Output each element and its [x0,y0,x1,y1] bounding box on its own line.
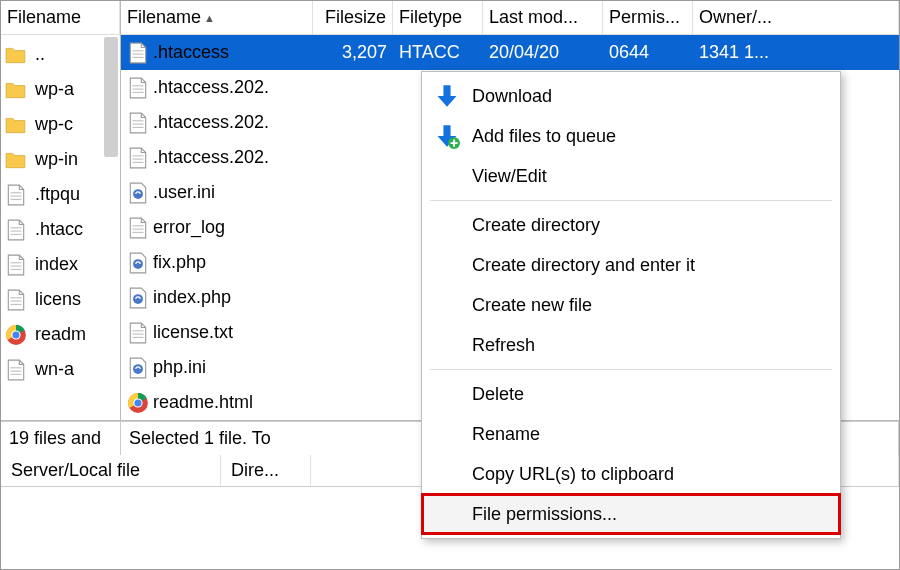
menu-create-file[interactable]: Create new file [422,285,840,325]
local-item-label: wp-a [35,79,74,100]
local-scrollbar[interactable] [104,37,118,157]
transfer-col-server-local[interactable]: Server/Local file [1,455,221,486]
local-list-item[interactable]: .ftpqu [1,177,120,212]
menu-create-directory-enter[interactable]: Create directory and enter it [422,245,840,285]
menu-file-permissions[interactable]: File permissions... [422,494,840,534]
local-list-item[interactable]: wn-a [1,352,120,387]
local-list-item[interactable]: .. [1,37,120,72]
sort-asc-icon: ▲ [204,12,215,24]
file-icon [127,147,149,169]
filename-label: error_log [153,217,225,238]
folder-icon [5,44,27,66]
remote-header-owner[interactable]: Owner/... [693,1,899,34]
local-item-label: licens [35,289,81,310]
download-icon [434,83,460,109]
menu-delete[interactable]: Delete [422,374,840,414]
filename-label: license.txt [153,322,233,343]
file-context-menu: Download Add files to queue View/Edit Cr… [421,71,841,539]
cell-owner: 1341 1... [693,35,899,70]
local-item-label: .htacc [35,219,83,240]
file-icon [5,359,27,381]
file-icon [5,254,27,276]
cell-filename: .htaccess.202. [121,105,313,140]
filename-label: .user.ini [153,182,215,203]
menu-create-directory[interactable]: Create directory [422,205,840,245]
local-file-list: ..wp-awp-cwp-in.ftpqu.htaccindexlicensre… [1,35,120,420]
local-item-label: readm [35,324,86,345]
menu-rename[interactable]: Rename [422,414,840,454]
remote-file-row[interactable]: .htaccess3,207HTACC20/04/2006441341 1... [121,35,899,70]
remote-header-filesize[interactable]: Filesize [313,1,393,34]
local-tree-pane: Filename ..wp-awp-cwp-in.ftpqu.htaccinde… [1,1,121,420]
menu-create-dir-label: Create directory [472,215,600,236]
file-icon [127,322,149,344]
menu-separator [430,369,832,370]
cell-filesize [313,105,393,140]
cell-filesize [313,350,393,385]
file-icon [127,42,149,64]
cell-filesize [313,70,393,105]
remote-header-lastmod[interactable]: Last mod... [483,1,603,34]
local-list-item[interactable]: readm [1,317,120,352]
cell-filesize [313,280,393,315]
cell-filename: license.txt [121,315,313,350]
menu-file-perms-label: File permissions... [472,504,617,525]
filename-label: .htaccess.202. [153,147,269,168]
cell-filename: index.php [121,280,313,315]
filename-label: fix.php [153,252,206,273]
menu-create-dir-enter-label: Create directory and enter it [472,255,695,276]
local-header-filename[interactable]: Filename [1,1,120,34]
filename-label: php.ini [153,357,206,378]
cell-filename: .htaccess [121,35,313,70]
remote-file-pane: Filename▲ Filesize Filetype Last mod... … [121,1,899,420]
cell-permissions: 0644 [603,35,693,70]
local-item-label: index [35,254,78,275]
menu-download-label: Download [472,86,552,107]
cell-filename: fix.php [121,245,313,280]
cell-filesize [313,385,393,420]
local-item-label: wn-a [35,359,74,380]
cell-filesize [313,140,393,175]
menu-delete-label: Delete [472,384,524,405]
cell-filesize [313,315,393,350]
transfer-col-direction[interactable]: Dire... [221,455,311,486]
local-list-item[interactable]: wp-in [1,142,120,177]
cell-filesize: 3,207 [313,35,393,70]
local-list-item[interactable]: .htacc [1,212,120,247]
folder-icon [5,114,27,136]
menu-view-edit-label: View/Edit [472,166,547,187]
local-list-item[interactable]: index [1,247,120,282]
cell-filesize [313,210,393,245]
local-list-item[interactable]: wp-a [1,72,120,107]
menu-separator [430,200,832,201]
remote-header-filetype[interactable]: Filetype [393,1,483,34]
cell-filename: error_log [121,210,313,245]
menu-refresh[interactable]: Refresh [422,325,840,365]
remote-header-filename[interactable]: Filename▲ [121,1,313,34]
chrome-html-icon [127,392,149,414]
menu-copy-url[interactable]: Copy URL(s) to clipboard [422,454,840,494]
menu-refresh-label: Refresh [472,335,535,356]
cell-filesize [313,175,393,210]
remote-header-permissions[interactable]: Permis... [603,1,693,34]
file-icon [5,219,27,241]
filename-label: .htaccess.202. [153,112,269,133]
file-icon [5,184,27,206]
folder-icon [5,79,27,101]
folder-icon [5,149,27,171]
menu-create-file-label: Create new file [472,295,592,316]
menu-add-queue-label: Add files to queue [472,126,616,147]
local-status: 19 files and [1,422,121,455]
local-list-item[interactable]: wp-c [1,107,120,142]
menu-rename-label: Rename [472,424,540,445]
menu-view-edit[interactable]: View/Edit [422,156,840,196]
menu-download[interactable]: Download [422,76,840,116]
chrome-html-icon [5,324,27,346]
filename-label: .htaccess.202. [153,77,269,98]
cell-filename: .htaccess.202. [121,70,313,105]
php-file-icon [127,357,149,379]
filename-label: index.php [153,287,231,308]
local-list-item[interactable]: licens [1,282,120,317]
cell-filetype: HTACC [393,35,483,70]
menu-add-to-queue[interactable]: Add files to queue [422,116,840,156]
